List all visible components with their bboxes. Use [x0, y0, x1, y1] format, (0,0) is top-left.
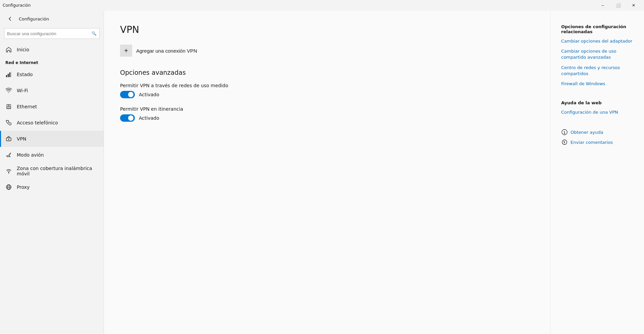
- get-help-link[interactable]: Obtener ayuda: [571, 130, 603, 135]
- network-center-link[interactable]: Centro de redes y recursos compartidos: [561, 65, 633, 77]
- title-bar-title: Configuración: [3, 3, 595, 8]
- sidebar-item-estado-label: Estado: [17, 72, 33, 77]
- sidebar-header: Configuración: [0, 11, 104, 27]
- firewall-link[interactable]: Firewall de Windows: [561, 81, 633, 87]
- app-container: Configuración 🔍 Inicio Red e Internet: [0, 11, 644, 334]
- svg-rect-3: [11, 72, 12, 77]
- svg-rect-1: [8, 74, 9, 77]
- ethernet-icon: [5, 103, 12, 110]
- send-feedback-link[interactable]: Enviar comentarios: [571, 140, 613, 145]
- sidebar-section-label: Red e Internet: [0, 58, 104, 66]
- svg-rect-0: [6, 75, 7, 77]
- vpn-roaming-toggle[interactable]: [120, 114, 135, 122]
- sidebar-item-modo-avion[interactable]: Modo avión: [0, 147, 104, 163]
- sidebar-item-ethernet[interactable]: Ethernet: [0, 99, 104, 115]
- sidebar-item-acceso-telefonico[interactable]: Acceso telefónico: [0, 115, 104, 131]
- svg-point-20: [565, 131, 565, 131]
- airplane-icon: [5, 152, 12, 158]
- sidebar-item-ethernet-label: Ethernet: [17, 104, 37, 109]
- minimize-button[interactable]: –: [595, 0, 610, 11]
- phone-icon: [5, 119, 12, 126]
- close-button[interactable]: ✕: [626, 0, 641, 11]
- send-feedback-row: Enviar comentarios: [561, 139, 633, 146]
- advanced-section-title: Opciones avanzadas: [120, 69, 534, 76]
- sidebar-item-acceso-label: Acceso telefónico: [17, 120, 58, 125]
- search-icon: 🔍: [92, 31, 97, 36]
- sidebar-item-vpn-label: VPN: [17, 136, 26, 142]
- sidebar-item-estado[interactable]: Estado: [0, 66, 104, 82]
- add-vpn-button[interactable]: + Agregar una conexión VPN: [120, 45, 197, 57]
- search-box[interactable]: 🔍: [4, 28, 100, 39]
- title-bar: Configuración – ⬜ ✕: [0, 0, 644, 11]
- get-help-row: Obtener ayuda: [561, 129, 633, 135]
- vpn-roaming-option: Permitir VPN en itinerancia Activado: [120, 106, 534, 122]
- sidebar-item-inicio[interactable]: Inicio: [0, 42, 104, 58]
- sidebar-item-proxy[interactable]: Proxy: [0, 179, 104, 195]
- maximize-button[interactable]: ⬜: [610, 0, 626, 11]
- sidebar-item-wifi-label: Wi-Fi: [17, 88, 28, 93]
- adapter-options-link[interactable]: Cambiar opciones del adaptador: [561, 38, 633, 44]
- divider: [561, 91, 633, 100]
- sidebar: Configuración 🔍 Inicio Red e Internet: [0, 11, 104, 334]
- svg-point-14: [8, 172, 9, 173]
- feedback-icon: [561, 139, 568, 146]
- home-icon: [5, 46, 12, 53]
- vpn-icon: [5, 135, 12, 142]
- add-vpn-label: Agregar una conexión VPN: [136, 48, 197, 54]
- vpn-metered-toggle-text: Activado: [139, 92, 159, 97]
- sidebar-item-zona-label: Zona con cobertura inalámbrica móvil: [17, 166, 98, 176]
- vpn-roaming-label: Permitir VPN en itinerancia: [120, 106, 534, 112]
- right-panel: Opciones de configuración relacionadas C…: [550, 11, 644, 334]
- divider2: [561, 119, 633, 129]
- vpn-metered-label: Permitir VPN a través de redes de uso me…: [120, 83, 534, 88]
- status-icon: [5, 71, 12, 78]
- svg-rect-2: [9, 72, 10, 77]
- title-bar-buttons: – ⬜ ✕: [595, 0, 641, 11]
- sidebar-item-zona-cobertura[interactable]: Zona con cobertura inalámbrica móvil: [0, 163, 104, 179]
- plus-icon: +: [120, 45, 132, 57]
- sharing-options-link[interactable]: Cambiar opciones de uso compartido avanz…: [561, 48, 633, 60]
- web-help-title: Ayuda de la web: [561, 100, 633, 105]
- back-icon: [8, 17, 12, 21]
- vpn-config-link[interactable]: Configuración de una VPN: [561, 109, 633, 115]
- vpn-metered-toggle[interactable]: [120, 91, 135, 98]
- vpn-roaming-toggle-row: Activado: [120, 114, 534, 122]
- vpn-metered-toggle-row: Activado: [120, 91, 534, 98]
- vpn-roaming-toggle-text: Activado: [139, 115, 159, 121]
- related-settings-title: Opciones de configuración relacionadas: [561, 24, 633, 34]
- help-circle-icon: [561, 129, 568, 135]
- sidebar-item-wifi[interactable]: Wi-Fi: [0, 82, 104, 99]
- back-button[interactable]: [5, 14, 15, 23]
- vpn-metered-option: Permitir VPN a través de redes de uso me…: [120, 83, 534, 98]
- sidebar-item-vpn[interactable]: VPN: [0, 131, 104, 147]
- hotspot-icon: [5, 168, 12, 174]
- sidebar-item-modo-avion-label: Modo avión: [17, 152, 44, 158]
- sidebar-item-proxy-label: Proxy: [17, 184, 30, 190]
- sidebar-item-inicio-label: Inicio: [17, 47, 29, 52]
- proxy-icon: [5, 184, 12, 190]
- page-title: VPN: [120, 24, 534, 35]
- wifi-icon: [5, 87, 12, 94]
- sidebar-app-title: Configuración: [19, 16, 49, 21]
- svg-point-13: [8, 139, 9, 140]
- search-input[interactable]: [7, 31, 92, 36]
- main-content: VPN + Agregar una conexión VPN Opciones …: [104, 11, 550, 334]
- svg-point-24: [564, 144, 565, 144]
